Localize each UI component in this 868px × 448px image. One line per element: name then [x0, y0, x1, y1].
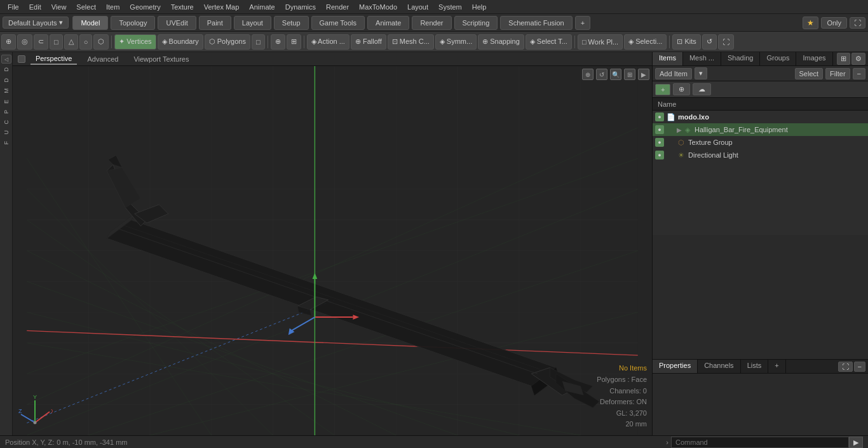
expand-layout-button[interactable]: ⛶ — [850, 17, 865, 29]
panel-resize-button[interactable]: ⊞ — [837, 53, 850, 65]
grid-button[interactable]: ⊞ — [287, 34, 301, 50]
polygons-button[interactable]: ⬡ Polygons — [205, 34, 250, 50]
select-rect-button[interactable]: □ — [50, 34, 63, 50]
list-item[interactable]: ● 📄 modo.lxo — [653, 111, 868, 123]
sidebar-label-dup2[interactable]: D — [2, 76, 11, 85]
tab-scripting[interactable]: Scripting — [454, 16, 498, 30]
tab-render[interactable]: Render — [412, 16, 451, 30]
add-item-dropdown[interactable]: ▾ — [695, 67, 707, 79]
menu-maxtomodo[interactable]: MaxToModo — [354, 2, 402, 12]
add-item-button[interactable]: Add Item — [655, 68, 692, 79]
menu-dynamics[interactable]: Dynamics — [280, 2, 321, 12]
menu-item[interactable]: Item — [101, 2, 125, 12]
panel-tab-items[interactable]: Items — [653, 52, 683, 65]
viewport-rotate-button[interactable]: ↺ — [596, 69, 607, 80]
panel-settings-button[interactable]: ⚙ — [851, 53, 865, 65]
world-toggle-button[interactable]: ⊕ — [1, 34, 16, 50]
bottom-tab-lists[interactable]: Lists — [741, 360, 769, 373]
viewport-tab-perspective[interactable]: Perspective — [31, 53, 77, 65]
tab-topology[interactable]: Topology — [111, 16, 155, 30]
tab-model[interactable]: Model — [72, 16, 108, 30]
viewport-dot[interactable] — [18, 55, 25, 63]
rotate-view-button[interactable]: ↺ — [702, 34, 717, 50]
bottom-tab-channels[interactable]: Channels — [698, 360, 740, 373]
sidebar-label-dup[interactable]: D — [2, 65, 11, 74]
workplane-button[interactable]: □ Work Pl... — [578, 34, 623, 50]
menu-animate[interactable]: Animate — [244, 2, 280, 12]
add-icon-button[interactable]: + — [655, 84, 670, 95]
menu-select[interactable]: Select — [71, 2, 101, 12]
menu-view[interactable]: View — [46, 2, 72, 12]
only-button[interactable]: Only — [821, 17, 847, 29]
layout-dropdown[interactable]: Default Layouts ▾ — [3, 17, 69, 29]
sidebar-label-uv[interactable]: U — [2, 128, 11, 137]
vertices-button[interactable]: ✦ Vertices — [114, 34, 156, 50]
shield-button[interactable]: ⬡ — [93, 34, 109, 50]
command-go-button[interactable]: ▶ — [849, 437, 863, 448]
panel-tab-mesh[interactable]: Mesh ... — [683, 52, 721, 65]
menu-help[interactable]: Help — [467, 2, 492, 12]
eye-icon[interactable]: ● — [655, 138, 664, 147]
menu-geometry[interactable]: Geometry — [125, 2, 165, 12]
panel-tab-shading[interactable]: Shading — [721, 52, 760, 65]
component-button[interactable]: ◎ — [17, 34, 32, 50]
viewport-tab-textures[interactable]: Viewport Textures — [128, 54, 194, 64]
viewport-fit-button[interactable]: ⊞ — [624, 69, 635, 80]
loop-button[interactable]: ○ — [79, 34, 93, 50]
tab-paint[interactable]: Paint — [199, 16, 231, 30]
filter-button[interactable]: Filter — [825, 68, 850, 79]
tab-layout[interactable]: Layout — [234, 16, 271, 30]
boundary-button[interactable]: ◈ Boundary — [158, 34, 203, 50]
sidebar-label-c[interactable]: C — [2, 118, 11, 127]
menu-vertex-map[interactable]: Vertex Map — [199, 2, 245, 12]
snap-button[interactable]: ⊕ — [271, 34, 285, 50]
list-item[interactable]: ● ⬡ Texture Group — [653, 136, 868, 149]
viewport-zoom-button[interactable]: 🔍 — [610, 69, 621, 80]
menu-layout[interactable]: Layout — [402, 2, 433, 12]
tab-game-tools[interactable]: Game Tools — [311, 16, 365, 30]
bottom-expand-button[interactable]: ⛶ — [838, 362, 853, 372]
cursor-button[interactable]: ⊂ — [34, 34, 48, 50]
add-layout-button[interactable]: + — [575, 16, 590, 30]
visibility-icon-button[interactable]: ⊕ — [673, 83, 690, 95]
sidebar-collapse-button[interactable]: ◁ — [1, 55, 11, 64]
action-button[interactable]: ◈ Action ... — [307, 34, 349, 50]
collapse-button[interactable]: − — [853, 68, 865, 79]
panel-tab-groups[interactable]: Groups — [760, 52, 796, 65]
sidebar-label-f[interactable]: F — [2, 139, 11, 147]
panel-tab-images[interactable]: Images — [796, 52, 832, 65]
select-tool-button[interactable]: ◈ Select T... — [526, 34, 572, 50]
expand-view-button[interactable]: ⛶ — [718, 34, 734, 50]
eye-icon[interactable]: ● — [655, 112, 664, 121]
tab-uvedit[interactable]: UVEdit — [158, 16, 196, 30]
menu-texture[interactable]: Texture — [166, 2, 199, 12]
mode-button[interactable]: □ — [252, 34, 265, 50]
bottom-tab-properties[interactable]: Properties — [653, 360, 698, 373]
menu-file[interactable]: File — [3, 2, 24, 12]
select-button[interactable]: Select — [795, 68, 824, 79]
list-item[interactable]: ● ☀ Directional Light — [653, 149, 868, 161]
selection-button[interactable]: ◈ Selecti... — [624, 34, 667, 50]
falloff-button[interactable]: ⊕ Falloff — [351, 34, 386, 50]
sidebar-label-pol[interactable]: P — [2, 107, 11, 116]
list-item[interactable]: ● ▶ ◈ Halligan_Bar_Fire_Equipment — [653, 123, 868, 136]
menu-edit[interactable]: Edit — [24, 2, 46, 12]
snapping-button[interactable]: ⊕ Snapping — [478, 34, 524, 50]
add-panel-button[interactable]: + — [768, 360, 785, 373]
triangle-button[interactable]: △ — [64, 34, 78, 50]
eye-icon[interactable]: ● — [655, 151, 664, 160]
viewport-home-button[interactable]: ⊕ — [582, 69, 593, 80]
menu-system[interactable]: System — [433, 2, 467, 12]
tab-schematic-fusion[interactable]: Schematic Fusion — [500, 16, 572, 30]
viewport-tab-advanced[interactable]: Advanced — [82, 54, 123, 64]
bottom-collapse-button[interactable]: − — [854, 362, 865, 372]
menu-render[interactable]: Render — [321, 2, 354, 12]
command-input[interactable] — [671, 437, 849, 448]
cloud-icon-button[interactable]: ☁ — [693, 83, 711, 95]
kits-button[interactable]: ⊡ Kits — [672, 34, 700, 50]
sidebar-label-e[interactable]: E — [2, 97, 11, 106]
tab-setup[interactable]: Setup — [274, 16, 309, 30]
viewport[interactable]: Perspective Advanced Viewport Textures — [13, 52, 652, 435]
viewport-canvas[interactable]: ⊕ ↺ 🔍 ⊞ ▶ X Y Z No Item — [13, 66, 652, 435]
eye-icon[interactable]: ● — [655, 125, 664, 134]
